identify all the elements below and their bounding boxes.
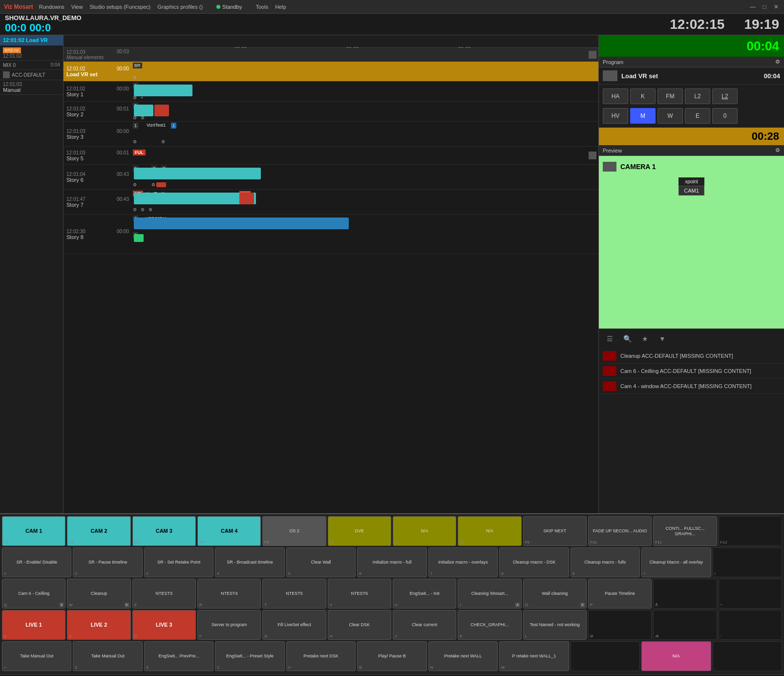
key-wall-cleaning[interactable]: Wall cleaning O + — [523, 579, 587, 609]
program-settings-icon[interactable]: ⚙ — [775, 59, 780, 65]
key-play-pause[interactable]: Play/ Pause B B — [357, 641, 426, 671]
key-test-named[interactable]: Test Named - not working L — [523, 610, 587, 640]
search-icon-button[interactable]: 🔍 — [620, 332, 634, 346]
key-pretake-wall1[interactable]: P retake next WALL_1 M — [499, 641, 569, 671]
gfx-btn-hv[interactable]: HV — [603, 108, 628, 124]
key-clear-dsk[interactable]: Clear DSK H — [328, 610, 391, 640]
rundown-item-break[interactable]: BREAK 12:01:02 — [0, 45, 63, 61]
key-empty-f12: F12 — [719, 516, 782, 546]
win-maximize-button[interactable]: □ — [761, 3, 768, 11]
key-engswit-init[interactable]: EngSwit... - Init U — [393, 579, 456, 609]
key-ntest4[interactable]: NTEST4 R — [197, 579, 261, 609]
story2-row[interactable]: 12:01:02 00:01 Story 2 2 ⚙ ⚙ — [64, 102, 598, 122]
key-sr-retake[interactable]: SR - Set Retake Point 3 — [144, 547, 213, 577]
key-dve[interactable]: DVE F6 — [328, 516, 391, 546]
key-cam6-ceiling[interactable]: Cam 6 - Ceilling Q + — [2, 579, 65, 609]
gfx-btn-l2-ul[interactable]: L2 — [712, 88, 738, 104]
key-na-f8-fn: F8 — [460, 540, 464, 545]
rundown-item-acc[interactable]: ACC-DEFAULT — [0, 70, 63, 80]
gfx-btn-w[interactable]: W — [657, 108, 683, 124]
key-live2[interactable]: LIVE 2 S — [67, 610, 130, 640]
gfx-btn-fm[interactable]: FM — [657, 88, 683, 104]
acc-label: ACC-DEFAULT — [12, 72, 45, 78]
gfx-btn-e[interactable]: E — [685, 108, 710, 124]
key-cleanup-fulls[interactable]: Cleanup macro - fulls 9 — [571, 547, 640, 577]
key-ntest5[interactable]: NTEST5 T — [262, 579, 326, 609]
menu-tools[interactable]: Tools — [255, 4, 268, 10]
key-cleanup-w[interactable]: Cleanup W + — [67, 579, 130, 609]
key-cam2[interactable]: CAM 2 F2 — [67, 516, 130, 546]
key-l-fn: L — [525, 634, 527, 638]
key-take-manual-1[interactable]: Take Manual Out < — [2, 641, 71, 671]
gfx-btn-0[interactable]: 0 — [712, 108, 738, 124]
key-na-f8[interactable]: N/A F8 — [458, 516, 521, 546]
preview-settings-icon[interactable]: ⚙ — [775, 147, 780, 153]
key-clear-current[interactable]: Clear current J — [393, 610, 456, 640]
key-fill-liveset[interactable]: Fill LiveSet effect G — [262, 610, 326, 640]
story5-name: Story 5 — [66, 155, 129, 161]
key-fade-audio[interactable]: FADE UP SECON... AUDIO F10 — [588, 516, 652, 546]
key-init-macro-full[interactable]: Initialize macro - full 6 — [357, 547, 426, 577]
key-cleanup-all[interactable]: Cleanup Macro - all overlay + — [641, 547, 711, 577]
list-icon-button[interactable]: ☰ — [603, 332, 616, 346]
key-os2[interactable]: OS 2 F5 — [262, 516, 326, 546]
key-conti[interactable]: CONTI... FULLSC... GRAPHI... F11 — [653, 516, 717, 546]
key-skip-next[interactable]: SKIP NEXT F9 — [523, 516, 587, 546]
key-engswit-preset[interactable]: EngSwit... - Preset Style C — [215, 641, 284, 671]
key-cam4[interactable]: CAM 4 F4 — [197, 516, 261, 546]
key-sr-broadcast[interactable]: SR - Broadcast timeline 4 — [215, 547, 284, 577]
win-minimize-button[interactable]: — — [749, 3, 757, 11]
key-clear-wall[interactable]: Clear Wall 5 — [286, 547, 356, 577]
menu-help[interactable]: Help — [275, 4, 286, 10]
menu-rundowns[interactable]: Rundowns — [39, 4, 64, 10]
right-list-item-1[interactable]: Cam 6 - Ceilling ACC-DEFAULT [MISSING CO… — [599, 364, 784, 379]
key-pretake-wall[interactable]: Pretake next WALL N — [428, 641, 498, 671]
story5-row[interactable]: 12:01:03 00:01 Story 5 FUL — [64, 147, 598, 165]
key-pause-timeline[interactable]: Pause Timeline P — [588, 579, 652, 609]
key-ntest3[interactable]: NTEST3 E — [132, 579, 196, 609]
menu-graphics[interactable]: Graphics profiles () — [157, 4, 203, 10]
key-pretake-dsk[interactable]: Pretake next DSK V — [286, 641, 356, 671]
key-cleanup-dsk[interactable]: Cleanup macro - DSK 8 — [499, 547, 569, 577]
key-na-f7[interactable]: N/A F7 — [393, 516, 456, 546]
right-list-item-2[interactable]: Cam 4 - window ACC-DEFAULT [MISSING CONT… — [599, 379, 784, 394]
key-check-graphics[interactable]: CHECK_GRAPHI... K — [458, 610, 521, 640]
key-ntest6[interactable]: NTEST6 Y — [328, 579, 391, 609]
filter-icon-button[interactable]: ▼ — [656, 332, 669, 346]
gfx-btn-m[interactable]: M — [630, 108, 656, 124]
key-sr-retake-label: SR - Set Retake Point — [157, 560, 200, 565]
key-take-manual-2[interactable]: Take Manual Out Z — [73, 641, 142, 671]
rundown-item-manual[interactable]: 12:01:03 Manual — [0, 80, 63, 95]
key-sr-enable[interactable]: SR - Enable/ Disable 1 — [2, 547, 71, 577]
story7-row[interactable]: 12:01:47 00:43 Story 7 VO VizrtTest1 28x… — [64, 190, 598, 215]
key-server-to-prog[interactable]: Server to program F — [197, 610, 261, 640]
key-init-macro-overlays[interactable]: Initialize macro - overlays 7 — [428, 547, 498, 577]
key-fade-audio-label: FADE UP SECON... AUDIO — [593, 528, 647, 534]
manual-elements-row: 12:01:03 00:03 Manual elements — [64, 48, 598, 62]
gfx-btn-l2[interactable]: L2 — [685, 88, 710, 104]
key-engswit-prev[interactable]: EngSwit... PrevPre... X — [144, 641, 213, 671]
gfx-btn-k[interactable]: K — [630, 88, 656, 104]
right-list-item-0[interactable]: Cleanup ACC-DEFAULT [MISSING CONTENT] — [599, 349, 784, 364]
key-empty-ae: Æ — [653, 610, 717, 640]
key-live3[interactable]: LIVE 3 D — [132, 610, 196, 640]
gfx-btn-ha[interactable]: HA — [603, 88, 628, 104]
rundown-item-mix[interactable]: MIX 0 0:04 — [0, 61, 63, 70]
load-vr-row[interactable]: 12:01:02 00:00 Load VR set BR ⚙ — [64, 62, 598, 82]
key-cleaning-mosart[interactable]: Cleaning \Mosart... I + — [458, 579, 521, 609]
star-icon-button[interactable]: ★ — [638, 332, 652, 346]
story1-row[interactable]: 12:01:02 00:00 Story 1 1 ⚙ + — [64, 82, 598, 102]
key-na-pink[interactable]: N/A - — [641, 641, 711, 671]
key-fade-fn: F10 — [590, 540, 597, 545]
key-cam1[interactable]: CAM 1 F1 — [2, 516, 65, 546]
menu-view[interactable]: View — [71, 4, 83, 10]
story8-row[interactable]: 12:02:30 00:00 Story 8 2 VED00744 8 — [64, 215, 598, 254]
menu-studio[interactable]: Studio setups (Funcspec) — [89, 4, 150, 10]
win-close-button[interactable]: ✕ — [772, 3, 780, 11]
key-live1[interactable]: LIVE 1 A — [2, 610, 65, 640]
story6-row[interactable]: 12:01:04 00:43 Story 6 1 2 3 ⚙ ⚙ — [64, 165, 598, 190]
story8-block — [134, 218, 349, 229]
key-sr-pause[interactable]: SR - Pause timeline 2 — [73, 547, 142, 577]
key-cam3[interactable]: CAM 3 F3 — [132, 516, 196, 546]
story3-row[interactable]: 12:01:03 00:00 Story 3 1 VizrtTest1 1 ⚙ … — [64, 122, 598, 147]
